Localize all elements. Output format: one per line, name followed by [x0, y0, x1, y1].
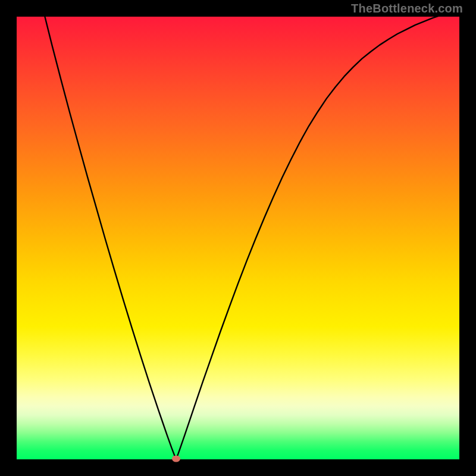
chart-frame: TheBottleneck.com	[0, 0, 476, 476]
plot-area	[17, 17, 459, 459]
minimum-marker	[172, 456, 180, 462]
bottleneck-curve	[17, 17, 459, 459]
watermark-text: TheBottleneck.com	[351, 2, 463, 15]
